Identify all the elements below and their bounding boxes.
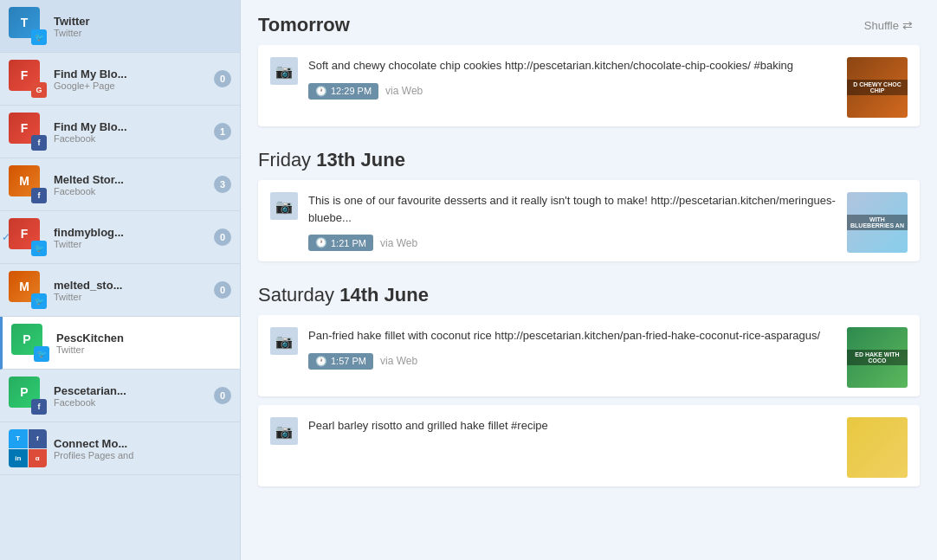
sidebar-item-type: Profiles Pages and [54,450,231,460]
thumbnail-label: ED HAKE WITH COCO [847,350,908,365]
avatar-wrap: Mf [9,165,47,203]
thumbnail-label: WITH BLUEBERRIES AN [847,215,908,230]
post-text: Soft and chewy chocolate chip cookies ht… [308,57,837,74]
post-via: via Web [380,355,417,367]
section-title: Tomorrow [258,14,350,36]
avatar-wrap: Ff [9,113,47,151]
section-title: Saturday 14th June [258,284,429,306]
sidebar-item-type: Facebook [54,397,214,408]
post-text: Pan-fried hake fillet with coconut rice … [308,327,837,344]
post-body: Soft and chewy chocolate chip cookies ht… [308,57,837,100]
sidebar-item-name: Connect Mo... [54,437,231,450]
post-thumbnail: D CHEWY CHOC CHIP [847,57,908,118]
post-body: Pan-fried hake fillet with coconut rice … [308,327,837,370]
post-placeholder-icon: 📷 [270,417,298,445]
post-via: via Web [380,237,417,249]
post-text: This is one of our favourite desserts an… [308,192,837,226]
avatar-wrap: Pf [9,377,47,415]
post-card: 📷Pan-fried hake fillet with coconut rice… [258,315,920,396]
sidebar-item-pesckitchen-twitter[interactable]: ✓P🐦PescKitchenTwitter [0,317,240,370]
post-thumbnail [847,417,908,478]
shuffle-icon [902,18,913,32]
post-text: Pearl barley risotto and grilled hake fi… [308,417,837,434]
sidebar-item-name: melted_sto... [54,279,214,292]
sidebar-item-type: Twitter [54,28,231,38]
post-card: 📷Pearl barley risotto and grilled hake f… [258,405,920,486]
section-title-text: Tomorrow [258,14,350,35]
sidebar-item-findmyblog-twitter[interactable]: ✓F🐦findmyblog...Twitter0 [0,211,240,264]
sidebar-item-name: Find My Blo... [54,68,214,80]
count-badge: 0 [214,70,231,87]
sidebar-item-melted-twitter[interactable]: ✓M🐦melted_sto...Twitter0 [0,264,240,317]
facebook-badge-icon: f [31,188,47,203]
sidebar-item-findmyblo-facebook[interactable]: ✓FfFind My Blo...Facebook1 [0,106,240,158]
avatar-wrap: F🐦 [9,218,47,256]
google-badge-icon: G [31,82,47,98]
count-badge: 0 [214,387,231,404]
post-time: 1:57 PM [308,353,373,370]
thumbnail-label: D CHEWY CHOC CHIP [847,80,908,95]
post-meta: 1:21 PMvia Web [308,235,837,251]
post-placeholder-icon: 📷 [270,57,298,85]
avatar-wrap: FG [9,60,47,98]
facebook-badge-icon: f [31,135,47,151]
post-thumbnail: ED HAKE WITH COCO [847,327,908,388]
clock-icon [315,356,327,367]
sidebar-item-connect-more[interactable]: ✓TfinαConnect Mo...Profiles Pages and [0,422,240,475]
section-title: Friday 13th June [258,149,405,171]
clock-icon [315,86,327,97]
facebook-badge-icon: f [31,399,47,415]
sidebar-item-name: PescKitchen [56,331,231,344]
sidebar-item-type: Twitter [56,344,231,355]
sidebar-item-type: Twitter [54,292,214,302]
count-badge: 0 [214,281,231,299]
sidebar-item-type: Facebook [54,133,214,144]
sidebar-item-meltedstory-facebook[interactable]: ✓MfMelted Stor...Facebook3 [0,158,240,211]
post-placeholder-icon: 📷 [270,327,298,355]
post-card: 📷This is one of our favourite desserts a… [258,180,920,261]
post-meta: 1:57 PMvia Web [308,353,837,370]
sidebar-item-name: findmyblog... [54,226,214,239]
post-body: Pearl barley risotto and grilled hake fi… [308,417,837,443]
avatar-wrap: T🐦 [9,7,47,45]
post-placeholder-icon: 📷 [270,192,298,220]
post-meta: 12:29 PMvia Web [308,83,837,100]
avatar-wrap: P🐦 [11,324,49,362]
sidebar-item-type: Google+ Page [54,80,214,91]
twitter-badge-icon: 🐦 [34,346,49,362]
sidebar-item-pescetarian-facebook[interactable]: ✓PfPescetarian...Facebook0 [0,370,240,422]
post-time: 1:21 PM [308,235,373,251]
count-badge: 1 [214,123,231,140]
count-badge: 3 [214,176,231,193]
count-badge: 0 [214,229,231,246]
section-header-friday: Friday 13th June [258,135,920,180]
sidebar-item-name: Twitter [54,15,231,28]
twitter-badge-icon: 🐦 [31,241,47,256]
section-header-saturday: Saturday 14th June [258,270,920,315]
sidebar-item-type: Facebook [54,186,214,196]
clock-icon [315,237,327,248]
sidebar: ✓T🐦TwitterTwitter✓FGFind My Blo...Google… [0,0,241,560]
twitter-badge-icon: 🐦 [31,293,47,309]
sidebar-item-name: Find My Blo... [54,120,214,133]
sidebar-item-name: Pescetarian... [54,384,214,397]
sidebar-item-type: Twitter [54,239,214,249]
post-via: via Web [385,85,423,97]
avatar-wrap: M🐦 [9,271,47,309]
sidebar-item-twitter-1[interactable]: ✓T🐦TwitterTwitter [0,0,240,53]
section-header-tomorrow: TomorrowShuffle [258,0,920,45]
main-content: TomorrowShuffle 📷Soft and chewy chocolat… [241,0,937,560]
sidebar-item-name: Melted Stor... [54,173,214,186]
twitter-badge-icon: 🐦 [31,29,47,45]
post-card: 📷Soft and chewy chocolate chip cookies h… [258,45,920,126]
post-body: This is one of our favourite desserts an… [308,192,837,251]
sidebar-item-findmyblo-google[interactable]: ✓FGFind My Blo...Google+ Page0 [0,53,240,106]
post-thumbnail: WITH BLUEBERRIES AN [847,192,908,253]
multi-avatar: Tfinα [9,429,47,467]
post-time: 12:29 PM [308,83,378,100]
shuffle-button[interactable]: Shuffle [857,15,920,35]
